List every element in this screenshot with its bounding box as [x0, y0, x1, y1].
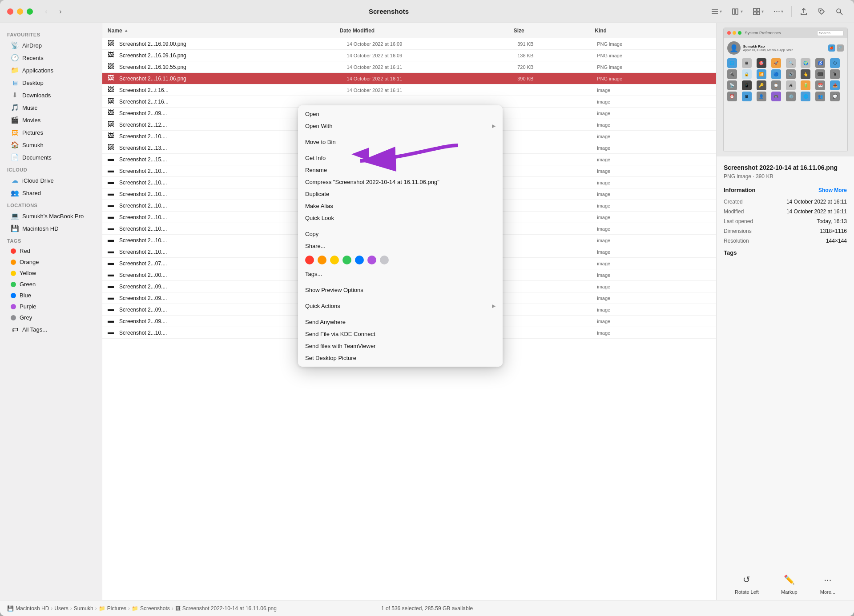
breadcrumb-screenshots[interactable]: 📁 Screenshots: [132, 605, 170, 612]
sidebar-item-icloud-drive[interactable]: ☁ iCloud Drive: [4, 174, 98, 187]
context-menu-item-send-file-via-kde-connect[interactable]: Send File via KDE Connect: [298, 328, 503, 340]
table-row[interactable]: 🖼 Screenshot 2...16.10.55.png 14 October…: [102, 61, 716, 73]
sidebar-item-documents[interactable]: 📄 Documents: [4, 151, 98, 164]
context-menu-divider: [298, 314, 503, 314]
file-kind-cell: image: [597, 180, 711, 185]
last-opened-label: Last opened: [724, 218, 753, 224]
file-kind-cell: image: [597, 261, 711, 266]
view-column-button[interactable]: ▾: [728, 6, 746, 17]
file-kind-cell: image: [597, 145, 711, 151]
back-button[interactable]: ‹: [40, 5, 52, 18]
context-menu-item-show-preview-options[interactable]: Show Preview Options: [298, 284, 503, 296]
sidebar-item-sumukh[interactable]: 🏠 Sumukh: [4, 139, 98, 151]
context-menu-item-duplicate[interactable]: Duplicate: [298, 188, 503, 200]
tag-color-grey[interactable]: [380, 256, 389, 264]
status-bar: 💾 Macintosh HD › Users › Sumukh › 📁 Pict…: [0, 600, 854, 616]
context-menu-item-open[interactable]: Open: [298, 108, 503, 120]
tag-color-orange[interactable]: [318, 256, 326, 264]
breadcrumb-users[interactable]: Users: [54, 605, 68, 612]
sidebar-item-music[interactable]: 🎵 Music: [4, 101, 98, 114]
table-row[interactable]: 🖼 Screenshot 2...16.09.00.png 14 October…: [102, 38, 716, 50]
tag-color-red[interactable]: [305, 256, 314, 264]
sidebar-item-downloads[interactable]: ⬇ Downloads: [4, 89, 98, 101]
sidebar-item-shared[interactable]: 👥 Shared: [4, 187, 98, 199]
context-menu-item-send-files-with-teamviewer[interactable]: Send files with TeamViewer: [298, 340, 503, 352]
tag-color-green[interactable]: [342, 256, 351, 264]
table-row[interactable]: 🖼 Screenshot 2...16.09.16.png 14 October…: [102, 50, 716, 61]
share-button[interactable]: [796, 6, 811, 17]
view-grid-button[interactable]: ▾: [749, 6, 767, 17]
fake-user-section: 👤 Sumukh Rao Apple ID, iCloud, Media & A…: [727, 41, 844, 55]
table-row[interactable]: 🖼 Screenshot 2...t 16... 14 October 2022…: [102, 84, 716, 96]
markup-button[interactable]: ✏️ Markup: [781, 572, 798, 595]
sidebar-item-tag-red[interactable]: Red: [4, 245, 98, 256]
context-menu-item-make-alias[interactable]: Make Alias: [298, 200, 503, 212]
file-kind-cell: image: [597, 238, 711, 243]
sidebar-item-macbook[interactable]: 💻 Sumukh's MacBook Pro: [4, 210, 98, 222]
context-menu-item-rename[interactable]: Rename: [298, 164, 503, 176]
breadcrumb-macintosh-hd[interactable]: 💾 Macintosh HD: [7, 605, 49, 612]
breadcrumb-sumukh[interactable]: Sumukh: [74, 605, 93, 612]
file-thumbnail-icon: 🖼: [108, 40, 117, 48]
screenshots-folder-icon: 📁: [132, 605, 138, 612]
sidebar-section-tags: Tags: [0, 235, 102, 245]
context-menu-item-get-info[interactable]: Get Info: [298, 152, 503, 164]
table-row[interactable]: 🖼 Screenshot 2...16.11.06.png 14 October…: [102, 73, 716, 84]
forward-button[interactable]: ›: [54, 5, 67, 18]
sidebar-item-pictures[interactable]: 🖼 Pictures: [4, 126, 98, 139]
sidebar-item-tag-grey[interactable]: Grey: [4, 312, 98, 323]
breadcrumb-file[interactable]: 🖼 Screenshot 2022-10-14 at 16.11.06.png: [175, 605, 277, 612]
tag-color-yellow[interactable]: [330, 256, 339, 264]
minimize-button[interactable]: [17, 8, 23, 15]
context-menu-item-move-to-bin[interactable]: Move to Bin: [298, 136, 503, 148]
file-kind-cell: image: [597, 88, 711, 93]
context-menu-item-open-with[interactable]: Open With ▶: [298, 120, 503, 132]
tag-color-purple[interactable]: [367, 256, 376, 264]
context-menu-item-quick-look[interactable]: Quick Look: [298, 212, 503, 224]
sidebar-item-desktop[interactable]: 🖥 Desktop: [4, 76, 98, 89]
tag-button[interactable]: [814, 6, 829, 17]
context-menu-item-compress--screenshot-2022-10-14-at-16-11[interactable]: Compress "Screenshot 2022-10-14 at 16.11…: [298, 176, 503, 188]
sidebar-item-macintosh-hd[interactable]: 💾 Macintosh HD: [4, 222, 98, 235]
sidebar-item-recents[interactable]: 🕐 Recents: [4, 52, 98, 64]
breadcrumb-pictures[interactable]: 📁 Pictures: [99, 605, 126, 612]
show-more-link[interactable]: Show More: [818, 187, 847, 193]
desktop-icon: 🖥: [11, 79, 19, 87]
file-size-cell: 138 KB: [517, 53, 597, 58]
file-kind-cell: image: [597, 134, 711, 139]
context-menu-item-set-desktop-picture[interactable]: Set Desktop Picture: [298, 352, 503, 364]
view-list-button[interactable]: ▾: [707, 6, 725, 17]
tag-color-blue[interactable]: [355, 256, 364, 264]
sidebar-item-tag-orange[interactable]: Orange: [4, 256, 98, 268]
fullscreen-button[interactable]: [27, 8, 33, 15]
context-menu-item-quick-actions[interactable]: Quick Actions ▶: [298, 300, 503, 312]
file-thumbnail-icon: ▬: [108, 167, 117, 176]
context-menu-item-tags---[interactable]: Tags...: [298, 268, 503, 280]
music-icon: 🎵: [11, 104, 19, 112]
downloads-icon: ⬇: [11, 91, 19, 99]
sidebar-item-label: Red: [20, 248, 30, 254]
sidebar-item-tag-purple[interactable]: Purple: [4, 301, 98, 312]
more-options-button[interactable]: ··· ▾: [770, 5, 787, 18]
sidebar-item-label: Green: [20, 281, 36, 288]
context-menu-item-share---[interactable]: Share...: [298, 240, 503, 252]
fake-pref-icon: 🔌: [727, 69, 737, 79]
more-actions-button[interactable]: ··· More...: [820, 572, 836, 595]
file-date-cell: 14 October 2022 at 16:09: [347, 53, 518, 58]
sidebar-item-movies[interactable]: 🎬 Movies: [4, 114, 98, 126]
search-button[interactable]: [832, 6, 847, 17]
sidebar-item-airdrop[interactable]: 📡 AirDrop: [4, 39, 98, 52]
close-button[interactable]: [7, 8, 13, 15]
column-name-header[interactable]: Name ▲: [108, 28, 340, 34]
sidebar-item-applications[interactable]: 📁 Applications: [4, 64, 98, 76]
file-kind-cell: image: [597, 192, 711, 197]
sidebar-item-tag-yellow[interactable]: Yellow: [4, 268, 98, 279]
rotate-left-button[interactable]: ↺ Rotate Left: [735, 572, 759, 595]
file-kind-cell: image: [597, 215, 711, 220]
sidebar-item-all-tags[interactable]: 🏷 All Tags...: [4, 323, 98, 336]
context-menu-item-send-anywhere[interactable]: Send Anywhere: [298, 316, 503, 328]
sidebar-item-tag-green[interactable]: Green: [4, 279, 98, 290]
context-menu-item-copy[interactable]: Copy: [298, 228, 503, 240]
fake-min: [733, 31, 736, 35]
sidebar-item-tag-blue[interactable]: Blue: [4, 290, 98, 301]
